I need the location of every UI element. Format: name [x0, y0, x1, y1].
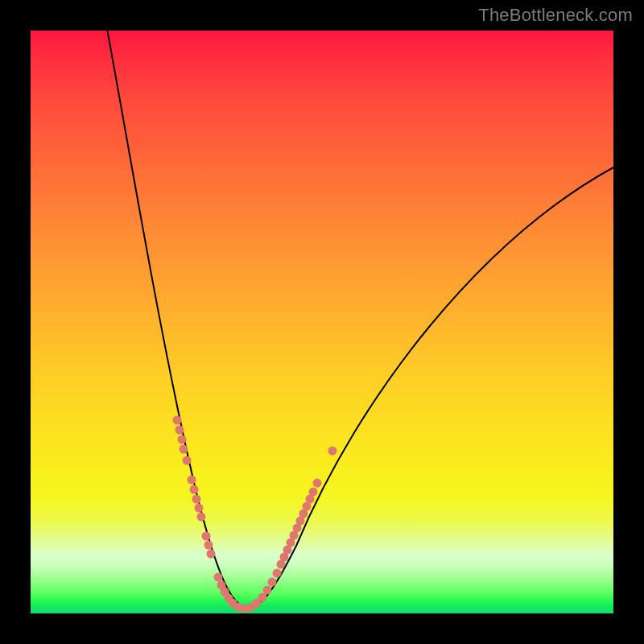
highlight-dot	[175, 426, 184, 435]
highlight-dot	[192, 495, 201, 504]
highlight-dot	[258, 593, 267, 602]
highlight-dot	[268, 578, 277, 587]
highlight-dot	[214, 573, 223, 582]
highlight-dot	[190, 485, 199, 494]
highlight-dot	[204, 541, 213, 550]
highlight-dot	[313, 479, 322, 488]
marker-group	[173, 416, 337, 613]
highlight-dot	[202, 532, 211, 541]
highlight-dot	[273, 569, 282, 578]
plot-area	[31, 31, 613, 613]
curve-layer	[31, 31, 613, 613]
highlight-dot	[195, 504, 204, 513]
highlight-dot	[188, 476, 196, 485]
highlight-dot	[173, 416, 182, 425]
chart-frame: TheBottleneck.com	[0, 0, 644, 644]
bottleneck-curve	[101, 31, 613, 607]
highlight-dot	[309, 488, 318, 497]
watermark-text: TheBottleneck.com	[478, 5, 633, 26]
highlight-dot	[178, 436, 187, 444]
highlight-dot	[263, 586, 272, 595]
highlight-dot	[180, 445, 188, 454]
highlight-dot	[197, 513, 206, 522]
highlight-dot	[328, 447, 337, 456]
highlight-dot	[207, 550, 216, 559]
highlight-dot	[183, 456, 192, 465]
